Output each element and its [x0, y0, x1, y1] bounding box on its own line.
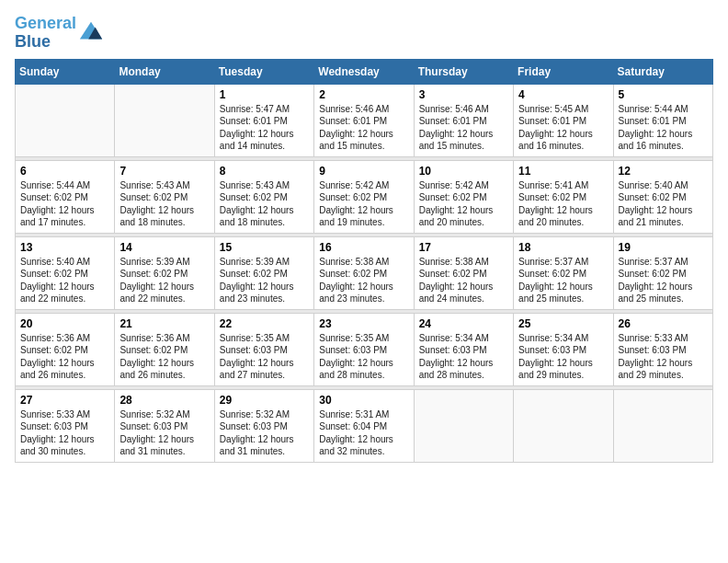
day-info: Sunrise: 5:33 AM Sunset: 6:03 PM Dayligh…: [20, 408, 109, 458]
calendar-cell: 5Sunrise: 5:44 AM Sunset: 6:01 PM Daylig…: [613, 84, 712, 156]
calendar-cell: 1Sunrise: 5:47 AM Sunset: 6:01 PM Daylig…: [214, 84, 313, 156]
day-info: Sunrise: 5:42 AM Sunset: 6:02 PM Dayligh…: [319, 179, 408, 229]
day-info: Sunrise: 5:37 AM Sunset: 6:02 PM Dayligh…: [619, 256, 708, 305]
day-number: 13: [20, 241, 109, 254]
day-info: Sunrise: 5:45 AM Sunset: 6:01 PM Dayligh…: [518, 103, 608, 153]
weekday-header-sunday: Sunday: [16, 59, 115, 84]
calendar-cell: [613, 389, 712, 462]
day-info: Sunrise: 5:46 AM Sunset: 6:01 PM Dayligh…: [319, 103, 408, 153]
calendar-cell: 10Sunrise: 5:42 AM Sunset: 6:02 PM Dayli…: [414, 160, 513, 233]
calendar-cell: [115, 84, 214, 156]
day-info: Sunrise: 5:35 AM Sunset: 6:03 PM Dayligh…: [319, 332, 408, 382]
day-number: 23: [319, 317, 408, 330]
day-number: 29: [220, 394, 309, 407]
day-info: Sunrise: 5:34 AM Sunset: 6:03 PM Dayligh…: [419, 332, 508, 382]
calendar-week-row: 1Sunrise: 5:47 AM Sunset: 6:01 PM Daylig…: [16, 84, 713, 156]
day-number: 28: [119, 394, 209, 407]
calendar-week-row: 6Sunrise: 5:44 AM Sunset: 6:02 PM Daylig…: [16, 160, 713, 233]
day-info: Sunrise: 5:38 AM Sunset: 6:02 PM Dayligh…: [319, 256, 408, 305]
calendar-cell: [16, 84, 115, 156]
calendar-cell: 2Sunrise: 5:46 AM Sunset: 6:01 PM Daylig…: [314, 84, 414, 156]
calendar-cell: 7Sunrise: 5:43 AM Sunset: 6:02 PM Daylig…: [115, 160, 214, 233]
weekday-header-wednesday: Wednesday: [314, 59, 414, 84]
day-number: 24: [419, 317, 508, 330]
day-info: Sunrise: 5:31 AM Sunset: 6:04 PM Dayligh…: [319, 408, 408, 458]
calendar-cell: 30Sunrise: 5:31 AM Sunset: 6:04 PM Dayli…: [314, 389, 414, 462]
calendar-cell: 21Sunrise: 5:36 AM Sunset: 6:02 PM Dayli…: [115, 313, 214, 385]
day-number: 21: [119, 317, 209, 330]
day-info: Sunrise: 5:40 AM Sunset: 6:02 PM Dayligh…: [20, 256, 109, 305]
day-info: Sunrise: 5:35 AM Sunset: 6:03 PM Dayligh…: [220, 332, 309, 382]
day-number: 20: [20, 317, 109, 330]
day-info: Sunrise: 5:43 AM Sunset: 6:02 PM Dayligh…: [220, 179, 309, 229]
day-info: Sunrise: 5:40 AM Sunset: 6:02 PM Dayligh…: [619, 179, 708, 229]
day-info: Sunrise: 5:36 AM Sunset: 6:02 PM Dayligh…: [119, 332, 209, 382]
day-info: Sunrise: 5:34 AM Sunset: 6:03 PM Dayligh…: [518, 332, 608, 382]
calendar-cell: 17Sunrise: 5:38 AM Sunset: 6:02 PM Dayli…: [414, 236, 513, 309]
logo-text: GeneralBlue: [15, 15, 76, 52]
day-info: Sunrise: 5:42 AM Sunset: 6:02 PM Dayligh…: [419, 179, 508, 229]
logo: GeneralBlue: [15, 15, 104, 52]
calendar-week-row: 13Sunrise: 5:40 AM Sunset: 6:02 PM Dayli…: [16, 236, 713, 309]
calendar-header-row: SundayMondayTuesdayWednesdayThursdayFrid…: [16, 59, 713, 84]
day-info: Sunrise: 5:44 AM Sunset: 6:01 PM Dayligh…: [619, 103, 708, 153]
day-number: 18: [518, 241, 608, 254]
day-info: Sunrise: 5:41 AM Sunset: 6:02 PM Dayligh…: [518, 179, 608, 229]
day-info: Sunrise: 5:46 AM Sunset: 6:01 PM Dayligh…: [419, 103, 508, 153]
calendar-cell: 19Sunrise: 5:37 AM Sunset: 6:02 PM Dayli…: [613, 236, 712, 309]
weekday-header-tuesday: Tuesday: [214, 59, 313, 84]
weekday-header-monday: Monday: [115, 59, 214, 84]
calendar-cell: 15Sunrise: 5:39 AM Sunset: 6:02 PM Dayli…: [214, 236, 313, 309]
day-number: 15: [220, 241, 309, 254]
day-info: Sunrise: 5:39 AM Sunset: 6:02 PM Dayligh…: [220, 256, 309, 305]
day-number: 19: [619, 241, 708, 254]
calendar-cell: 16Sunrise: 5:38 AM Sunset: 6:02 PM Dayli…: [314, 236, 414, 309]
calendar-cell: 18Sunrise: 5:37 AM Sunset: 6:02 PM Dayli…: [514, 236, 613, 309]
day-info: Sunrise: 5:38 AM Sunset: 6:02 PM Dayligh…: [419, 256, 508, 305]
day-info: Sunrise: 5:32 AM Sunset: 6:03 PM Dayligh…: [119, 408, 209, 458]
weekday-header-thursday: Thursday: [414, 59, 513, 84]
day-number: 8: [220, 165, 309, 178]
calendar-cell: 11Sunrise: 5:41 AM Sunset: 6:02 PM Dayli…: [514, 160, 613, 233]
calendar-cell: 9Sunrise: 5:42 AM Sunset: 6:02 PM Daylig…: [314, 160, 414, 233]
day-number: 6: [20, 165, 109, 178]
day-number: 1: [220, 88, 309, 101]
calendar-cell: 27Sunrise: 5:33 AM Sunset: 6:03 PM Dayli…: [16, 389, 115, 462]
calendar-cell: 26Sunrise: 5:33 AM Sunset: 6:03 PM Dayli…: [613, 313, 712, 385]
calendar-table: SundayMondayTuesdayWednesdayThursdayFrid…: [15, 59, 713, 463]
calendar-cell: 12Sunrise: 5:40 AM Sunset: 6:02 PM Dayli…: [613, 160, 712, 233]
day-number: 16: [319, 241, 408, 254]
day-info: Sunrise: 5:36 AM Sunset: 6:02 PM Dayligh…: [20, 332, 109, 382]
calendar-cell: 25Sunrise: 5:34 AM Sunset: 6:03 PM Dayli…: [514, 313, 613, 385]
day-number: 2: [319, 88, 408, 101]
calendar-cell: 6Sunrise: 5:44 AM Sunset: 6:02 PM Daylig…: [16, 160, 115, 233]
day-info: Sunrise: 5:33 AM Sunset: 6:03 PM Dayligh…: [619, 332, 708, 382]
calendar-cell: 4Sunrise: 5:45 AM Sunset: 6:01 PM Daylig…: [514, 84, 613, 156]
day-number: 4: [518, 88, 608, 101]
day-number: 27: [20, 394, 109, 407]
calendar-week-row: 27Sunrise: 5:33 AM Sunset: 6:03 PM Dayli…: [16, 389, 713, 462]
calendar-cell: 3Sunrise: 5:46 AM Sunset: 6:01 PM Daylig…: [414, 84, 513, 156]
calendar-cell: 28Sunrise: 5:32 AM Sunset: 6:03 PM Dayli…: [115, 389, 214, 462]
day-info: Sunrise: 5:47 AM Sunset: 6:01 PM Dayligh…: [220, 103, 309, 153]
day-number: 22: [220, 317, 309, 330]
day-number: 26: [619, 317, 708, 330]
day-number: 7: [119, 165, 209, 178]
logo-icon: [78, 20, 104, 46]
day-number: 11: [518, 165, 608, 178]
calendar-cell: 8Sunrise: 5:43 AM Sunset: 6:02 PM Daylig…: [214, 160, 313, 233]
day-info: Sunrise: 5:43 AM Sunset: 6:02 PM Dayligh…: [119, 179, 209, 229]
weekday-header-saturday: Saturday: [613, 59, 712, 84]
calendar-cell: 24Sunrise: 5:34 AM Sunset: 6:03 PM Dayli…: [414, 313, 513, 385]
day-number: 14: [119, 241, 209, 254]
day-number: 25: [518, 317, 608, 330]
calendar-cell: [414, 389, 513, 462]
calendar-cell: 13Sunrise: 5:40 AM Sunset: 6:02 PM Dayli…: [16, 236, 115, 309]
day-info: Sunrise: 5:37 AM Sunset: 6:02 PM Dayligh…: [518, 256, 608, 305]
day-number: 12: [619, 165, 708, 178]
day-number: 10: [419, 165, 508, 178]
day-number: 17: [419, 241, 508, 254]
day-info: Sunrise: 5:39 AM Sunset: 6:02 PM Dayligh…: [119, 256, 209, 305]
calendar-cell: 23Sunrise: 5:35 AM Sunset: 6:03 PM Dayli…: [314, 313, 414, 385]
day-number: 3: [419, 88, 508, 101]
